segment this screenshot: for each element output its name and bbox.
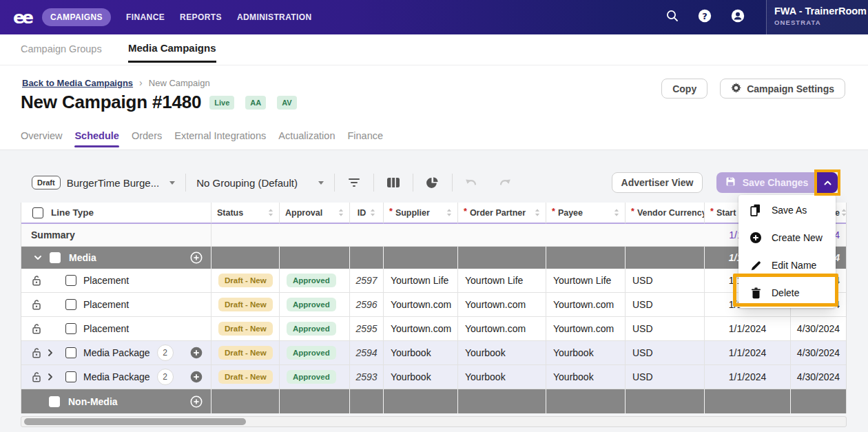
campaign-select[interactable]: BurgerTime Burge...	[67, 177, 160, 189]
user-icon[interactable]	[730, 8, 745, 26]
search-icon[interactable]	[665, 9, 679, 25]
line-type-cell: Placement	[21, 317, 211, 341]
expand-icon[interactable]	[48, 349, 54, 357]
row-checkbox[interactable]	[65, 275, 76, 286]
scrollbar-thumb[interactable]	[24, 418, 246, 425]
select-all-checkbox[interactable]	[32, 207, 43, 218]
sort-icon[interactable]	[445, 208, 452, 217]
tab-finance[interactable]: Finance	[347, 130, 383, 147]
grid-cell	[211, 224, 280, 247]
horizontal-scrollbar[interactable]	[21, 416, 847, 427]
campaign-badge-aa: AA	[245, 96, 266, 110]
column-header-supplier[interactable]: *Supplier	[384, 203, 458, 224]
sort-icon[interactable]	[369, 208, 375, 217]
advertiser-view-button[interactable]: Advertiser View	[612, 172, 703, 193]
grid-cell	[350, 247, 384, 269]
grid-cell	[546, 224, 626, 247]
expand-icon[interactable]	[48, 373, 54, 381]
add-line-icon[interactable]	[190, 395, 203, 408]
nav-item-campaigns[interactable]: CAMPAIGNS	[42, 8, 111, 26]
menu-item-create-new[interactable]: Create New	[738, 224, 836, 251]
grid-cell	[211, 389, 280, 413]
sort-icon[interactable]	[533, 208, 540, 217]
start-date-cell: 1/1/2024	[705, 317, 791, 341]
column-header-payee[interactable]: *Payee	[546, 203, 626, 224]
add-line-icon[interactable]	[190, 347, 203, 359]
sort-icon[interactable]	[840, 208, 846, 217]
add-line-icon[interactable]	[190, 251, 203, 264]
grid-cell	[280, 389, 350, 413]
column-header-line-type[interactable]: Line Type	[21, 203, 211, 224]
lock-icon[interactable]	[32, 323, 41, 334]
summary-label: Summary	[21, 224, 211, 247]
order-partner-cell: Yourtown.com	[458, 317, 546, 341]
end-date-cell: 4/30/2024	[791, 317, 846, 341]
menu-item-save-as[interactable]: Save As	[738, 196, 836, 224]
grid-cell	[350, 389, 384, 413]
tenant-org: ONESTRATA	[774, 19, 868, 26]
nav-item-reports[interactable]: REPORTS	[180, 12, 222, 22]
nav-item-finance[interactable]: FINANCE	[126, 12, 165, 22]
breadcrumb-back-link[interactable]: Back to Media Campaigns	[22, 78, 133, 88]
campaign-settings-button[interactable]: Campaign Settings	[720, 79, 845, 99]
page-title: New Campaign #1480	[21, 92, 201, 113]
filter-icon[interactable]	[345, 178, 363, 187]
help-icon[interactable]: ?	[697, 8, 712, 26]
nav-item-administration[interactable]: ADMINISTRATION	[237, 12, 312, 22]
lock-icon[interactable]	[32, 347, 41, 358]
table-row-group: Media1/1/20244/30/2024	[21, 247, 846, 269]
chevron-down-icon	[318, 181, 324, 185]
row-checkbox[interactable]	[49, 396, 60, 407]
row-checkbox[interactable]	[65, 371, 76, 382]
row-checkbox[interactable]	[65, 323, 76, 334]
breadcrumb: Back to Media Campaigns › New Campaign	[22, 77, 210, 88]
tab-external-integrations[interactable]: External Integrations	[174, 130, 266, 147]
copy-button[interactable]: Copy	[661, 79, 707, 99]
row-checkbox[interactable]	[65, 299, 76, 310]
row-checkbox[interactable]	[50, 252, 61, 263]
column-header-status[interactable]: Status	[211, 203, 280, 224]
tab-schedule[interactable]: Schedule	[74, 130, 118, 147]
chevron-down-icon	[169, 181, 175, 185]
line-type-cell: Media Package2	[21, 341, 211, 365]
column-header-order-partner[interactable]: *Order Partner	[458, 203, 546, 224]
pie-chart-icon[interactable]	[424, 176, 442, 189]
add-line-icon[interactable]	[190, 371, 203, 383]
lock-icon[interactable]	[32, 275, 41, 286]
tab-campaign-groups[interactable]: Campaign Groups	[21, 34, 102, 63]
lock-icon[interactable]	[32, 299, 41, 310]
tenant-switcher[interactable]: FWA - TrainerRoom ONESTRATA	[766, 0, 868, 34]
undo-icon[interactable]	[463, 177, 481, 188]
status-cell: Draft - New	[211, 341, 280, 365]
lock-icon[interactable]	[32, 371, 41, 382]
row-checkbox[interactable]	[65, 347, 76, 358]
column-header-vendor-currency[interactable]: *Vendor Currency	[626, 203, 705, 224]
collapse-icon[interactable]	[34, 255, 42, 260]
table-row-placement: PlacementDraft - NewApproved2596Yourtown…	[21, 293, 846, 317]
grid-cell	[458, 389, 546, 413]
grouping-select[interactable]: No Grouping (Default)	[196, 177, 298, 189]
table-row-placement: PlacementDraft - NewApproved2597Yourtown…	[21, 269, 846, 293]
payee-cell: Yourbook	[546, 341, 626, 365]
app-logo[interactable]: ee	[13, 9, 31, 26]
columns-icon[interactable]	[384, 177, 402, 188]
sort-icon[interactable]	[267, 208, 273, 217]
copy-icon	[750, 204, 762, 216]
order-partner-cell: Yourtown Life	[458, 269, 546, 293]
payee-cell: Yourtown.com	[546, 317, 626, 341]
column-header-id[interactable]: ID	[350, 203, 384, 224]
sort-icon[interactable]	[612, 208, 619, 217]
redo-icon[interactable]	[496, 177, 514, 188]
tab-media-campaigns[interactable]: Media Campaigns	[128, 34, 216, 63]
vendor-currency-cell: USD	[626, 269, 705, 293]
column-header-approval[interactable]: Approval	[280, 203, 350, 224]
save-changes-button[interactable]: Save Changes	[716, 172, 817, 193]
grid-header-row: Line TypeStatusApprovalID*Supplier*Order…	[21, 203, 846, 224]
group-line-type: Media	[21, 247, 211, 269]
sort-icon[interactable]	[337, 208, 344, 217]
tab-overview[interactable]: Overview	[21, 130, 62, 147]
tab-orders[interactable]: Orders	[132, 130, 162, 147]
end-date-cell: 4/30/2024	[791, 341, 846, 365]
tab-actualization[interactable]: Actualization	[278, 130, 335, 147]
child-count-badge: 2	[157, 369, 174, 385]
